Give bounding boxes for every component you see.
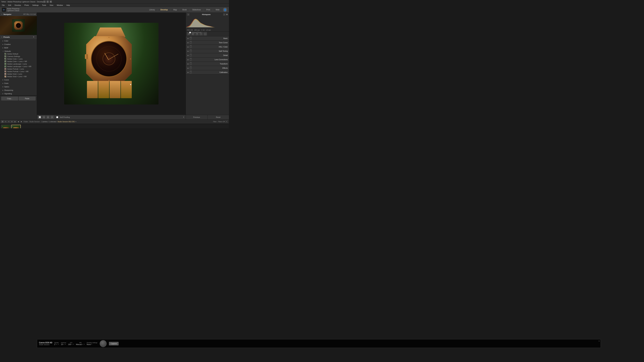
transform-section-header[interactable]: ▶ Transform: [186, 62, 229, 66]
close-button[interactable]: ✕: [50, 1, 52, 3]
preset-group-curve-header[interactable]: ▶ Curve: [0, 78, 37, 81]
list-item[interactable]: Adobe Default: [0, 53, 37, 55]
preset-group-optics-header[interactable]: ▶ Optics: [0, 85, 37, 88]
shadow-clip-btn[interactable]: ◁: [187, 13, 189, 15]
list-item[interactable]: 2: [11, 125, 21, 128]
list-item[interactable]: 1: [1, 125, 11, 128]
list-item[interactable]: Adobe Color + Lens + NR: [0, 60, 37, 63]
tone-curve-section-header[interactable]: ▶ Tone Curve: [186, 40, 229, 45]
nav-next-btn[interactable]: ▶: [20, 120, 23, 123]
nav-divider: |: [203, 9, 204, 11]
film-thumb-number: 2: [12, 125, 13, 127]
nav-module-map[interactable]: Map: [172, 8, 179, 11]
menu-item-develop[interactable]: Develop: [14, 4, 22, 6]
nav-module-print[interactable]: Print: [204, 8, 212, 11]
list-item[interactable]: Adobe Portrait + Lens: [0, 68, 37, 70]
list-item[interactable]: Adobe Color + Lens: [0, 58, 37, 60]
presets-header[interactable]: ▼ Presets +: [0, 35, 37, 39]
preset-icon: [4, 76, 6, 77]
list-item[interactable]: Adobe Landscape + Lens + NR: [0, 65, 37, 68]
paste-button[interactable]: Paste: [19, 97, 36, 100]
image-toolbar: ⬜ ⧉ ⊞ ⊟ Soft Proofing ▼: [37, 115, 186, 119]
menu-item-window[interactable]: Window: [56, 4, 64, 6]
menu-item-help[interactable]: Help: [66, 4, 70, 6]
reset-button[interactable]: Reset: [208, 115, 229, 119]
list-item[interactable]: Adobe Portrait + Lens + NR: [0, 70, 37, 73]
menu-item-edit[interactable]: Edit: [8, 4, 12, 6]
preset-icon: [4, 58, 6, 60]
nav-prev-btn[interactable]: ◀: [17, 120, 20, 123]
preset-group-color-header[interactable]: ▶ Color: [0, 39, 37, 42]
survey-view-btn[interactable]: ⊠: [11, 120, 13, 123]
develop-panels: ▶ Basic ▶ Tone Curve ▶ HSL / Color: [186, 36, 229, 115]
maximize-button[interactable]: □: [46, 1, 49, 3]
navigator-header[interactable]: ▼ Navigator FIT FILL 1:1 1:8: [0, 12, 37, 16]
copy-button[interactable]: Copy...: [1, 97, 18, 100]
view-survey-btn[interactable]: ⊞: [46, 116, 50, 119]
nav-module-library[interactable]: Library: [147, 8, 157, 11]
highlight-clip-btn[interactable]: ▷: [223, 13, 226, 15]
menu-item-photo[interactable]: Photo: [24, 4, 30, 6]
loupe-view-btn[interactable]: ⊟: [4, 120, 7, 123]
fit-btn[interactable]: FIT: [24, 13, 26, 15]
preset-group-defaults-header[interactable]: ▼ Defaults: [0, 50, 37, 53]
calibration-expand-arrow: ▶: [187, 71, 189, 73]
split-toning-section-header[interactable]: ▶ Split Toning: [186, 49, 229, 53]
list-item[interactable]: Adobe Vivid + Lens + NR: [0, 75, 37, 78]
view-grid-btn[interactable]: ⊟: [50, 116, 54, 119]
session-label[interactable]: Studio Session-002.CR2 ▼: [58, 121, 76, 123]
original-photo-checkbox[interactable]: [189, 32, 191, 33]
photo-canvas[interactable]: [64, 23, 158, 104]
preset-group-grain-header[interactable]: ▶ Grain: [0, 82, 37, 85]
navigator-zoom-options[interactable]: FIT FILL 1:1 1:8: [24, 13, 36, 15]
fill-btn[interactable]: FILL: [26, 13, 30, 15]
left-panel: ▼ Navigator FIT FILL 1:1 1:8: [0, 12, 37, 119]
list-item[interactable]: Adobe Landscape + Lens: [0, 63, 37, 65]
calibration-section-header[interactable]: ▶ Calibration: [186, 70, 229, 74]
nav-module-develop[interactable]: Develop: [158, 8, 170, 11]
detail-section-header[interactable]: ▶ Detail: [186, 53, 229, 57]
preset-group-curve: ▶ Curve: [0, 78, 37, 81]
menu-item-file[interactable]: File: [1, 4, 5, 6]
titlebar-controls[interactable]: ─ □ ✕: [44, 1, 52, 3]
lens-corrections-lock-icon: [190, 58, 192, 61]
menu-item-view[interactable]: View: [49, 4, 54, 6]
grain-group-label: Grain: [4, 82, 8, 84]
hsl-section-header[interactable]: ▶ HSL / Color: [186, 45, 229, 49]
nav-module-slideshow[interactable]: Slideshow: [190, 8, 203, 11]
lens-corrections-section-header[interactable]: ▶ Lens Corrections: [186, 57, 229, 62]
minimize-button[interactable]: ─: [44, 1, 46, 3]
filmstrip-view-btn[interactable]: ▶: [14, 120, 16, 123]
menu-item-tools[interactable]: Tools: [42, 4, 47, 6]
compare-view-btn[interactable]: ⧉: [8, 120, 10, 123]
nav-module-web[interactable]: Web: [214, 8, 222, 11]
basic-section-header[interactable]: ▶ Basic: [186, 36, 229, 40]
view-compare-btn[interactable]: ⧉: [42, 116, 46, 119]
preset-group-bw-header[interactable]: ▶ B&W: [0, 46, 37, 49]
view-loupe-btn[interactable]: ⬜: [38, 116, 41, 119]
preset-group-vignetting-header[interactable]: ▶ Vignetting: [0, 92, 37, 95]
previous-button[interactable]: Previous: [186, 115, 208, 119]
add-preset-button[interactable]: +: [33, 36, 36, 38]
grid-view-btn[interactable]: ⊞: [1, 120, 4, 123]
preset-group-creative-header[interactable]: ▶ Creative: [0, 43, 37, 46]
menu-item-settings[interactable]: Settings: [32, 4, 39, 6]
list-item[interactable]: Camera Settings: [0, 55, 37, 58]
nav-module-book[interactable]: Book: [180, 8, 188, 11]
nav-divider: |: [189, 9, 190, 11]
optics-group-label: Optics: [4, 86, 9, 88]
presets-triangle: ▼: [1, 36, 2, 38]
preset-group-sharpening-header[interactable]: ▶ Sharpening: [0, 89, 37, 92]
hsl-label: HSL / Color: [192, 46, 228, 48]
view-mode-icons: ⊞ ⊟ ⧉ ⊠ ▶ ◀ ▶: [1, 120, 23, 123]
user-avatar[interactable]: 👤: [223, 8, 227, 12]
zoom2-btn[interactable]: 1:8: [33, 13, 36, 15]
list-item[interactable]: Adobe Vivid + Lens: [0, 73, 37, 75]
creative-group-triangle: ▶: [2, 44, 4, 45]
histogram-expand-btn[interactable]: ⊞: [226, 13, 228, 15]
zoom1-btn[interactable]: 1:1: [30, 13, 32, 15]
soft-proofing-checkbox[interactable]: [56, 116, 58, 118]
effects-section-header[interactable]: ▶ Effects: [186, 66, 229, 70]
filter-expand-btn[interactable]: ▼: [226, 120, 228, 123]
effects-expand-arrow: ▶: [187, 67, 189, 69]
